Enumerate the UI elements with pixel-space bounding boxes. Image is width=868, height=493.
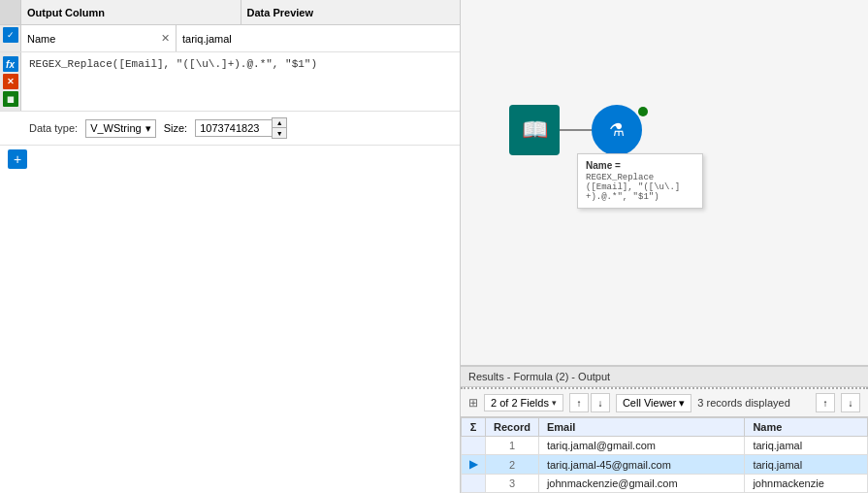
sort-down-button[interactable]: ↓ (591, 393, 610, 412)
table-row[interactable]: 1tariq.jamal@gmail.comtariq.jamal (462, 437, 868, 455)
field-name-cell: Name ✕ (21, 25, 177, 51)
row-arrow-icon: ▶ (469, 458, 477, 470)
formula-node[interactable]: ⚗ (592, 105, 642, 155)
formula-node-dot (638, 107, 648, 116)
name-cell: johnmackenzie (745, 475, 868, 493)
db-icon[interactable]: ▦ (3, 91, 18, 107)
email-cell: tariq.jamal@gmail.com (538, 437, 744, 455)
preview-value: tariq.jamal (177, 25, 460, 51)
results-toolbar-icon: ⊞ (468, 396, 478, 410)
name-cell: tariq.jamal (745, 455, 868, 475)
formula-text[interactable]: REGEX_Replace([Email], "([\u\.]+).@.*", … (21, 52, 460, 111)
formula-node-icon: ⚗ (609, 119, 625, 141)
column-headers: Output Column Data Preview (0, 0, 460, 25)
delete-field-button[interactable]: ✕ (161, 32, 170, 45)
size-input[interactable]: 1073741823 (195, 119, 273, 137)
sort-up-button[interactable]: ↑ (569, 393, 589, 412)
datatype-select[interactable]: V_WString ▾ (85, 119, 156, 138)
header-icon-col (0, 0, 21, 24)
x-icon[interactable]: ✕ (3, 74, 18, 89)
row-number: 3 (486, 475, 539, 493)
results-table: Σ Record Email Name 1tariq.jamal@gmail.c… (461, 417, 868, 493)
email-cell: tariq.jamal-45@gmail.com (538, 455, 744, 475)
viewer-chevron-icon: ▾ (679, 397, 685, 410)
size-label: Size: (164, 122, 187, 134)
add-row: + (0, 146, 460, 173)
size-down-button[interactable]: ▼ (273, 128, 286, 138)
size-up-button[interactable]: ▲ (273, 118, 286, 128)
size-spinner[interactable]: ▲ ▼ (272, 117, 287, 139)
viewer-label: Cell Viewer (623, 397, 676, 409)
connection-line (560, 129, 594, 131)
name-cell: tariq.jamal (745, 437, 868, 455)
data-preview-header: Data Preview (241, 0, 461, 24)
row-arrow-cell (462, 437, 486, 455)
records-count: 3 records displayed (697, 397, 810, 409)
output-column-header: Output Column (21, 0, 241, 24)
tooltip-title: Name = (586, 160, 694, 171)
input-node-icon: 📖 (522, 117, 548, 143)
canvas-area: 📖 ⚗ Name = REGEX_Replace ([Email], "([\u… (461, 0, 868, 365)
sort-buttons: ↑ ↓ (569, 393, 610, 412)
row-arrow-cell: ▶ (462, 455, 486, 475)
right-panel: 📖 ⚗ Name = REGEX_Replace ([Email], "([\u… (461, 0, 868, 493)
row-icons: ✓ (0, 25, 21, 51)
row-number: 1 (486, 437, 539, 455)
tooltip-content: REGEX_Replace ([Email], "([\u\.] +).@.*"… (586, 173, 694, 202)
results-header: Results - Formula (2) - Output (461, 367, 868, 387)
row-number: 2 (486, 455, 539, 475)
node-tooltip: Name = REGEX_Replace ([Email], "([\u\.] … (577, 153, 703, 209)
formula-editor-panel: Output Column Data Preview ✓ Name ✕ tari… (0, 0, 461, 493)
table-row[interactable]: ▶2tariq.jamal-45@gmail.comtariq.jamal (462, 455, 868, 475)
cell-viewer-button[interactable]: Cell Viewer ▾ (616, 394, 691, 412)
input-node[interactable]: 📖 (509, 105, 560, 155)
side-icons: fx ✕ ▦ (0, 52, 21, 111)
field-name: Name (27, 33, 55, 45)
sigma-header: Σ (462, 418, 486, 437)
datatype-label: Data type: (29, 122, 78, 134)
email-header: Email (538, 418, 744, 437)
add-field-button[interactable]: + (8, 149, 27, 169)
row-arrow-cell (462, 475, 486, 493)
formula-text-row: fx ✕ ▦ REGEX_Replace([Email], "([\u\.]+)… (0, 52, 460, 112)
record-header: Record (486, 418, 539, 437)
datatype-row: Data type: V_WString ▾ Size: 1073741823 … (0, 112, 460, 146)
results-toolbar: ⊞ 2 of 2 Fields ▾ ↑ ↓ Cell Viewer ▾ 3 re… (461, 389, 868, 417)
nav-up-button[interactable]: ↑ (816, 393, 835, 412)
check-icon: ✓ (3, 27, 18, 43)
formula-row: ✓ Name ✕ tariq.jamal (0, 25, 460, 52)
fields-chevron-icon: ▾ (552, 398, 557, 408)
fields-selector-button[interactable]: 2 of 2 Fields ▾ (484, 394, 563, 411)
datatype-chevron: ▾ (145, 122, 151, 135)
table-row[interactable]: 3johnmackenzie@gmail.comjohnmackenzie (462, 475, 868, 493)
email-cell: johnmackenzie@gmail.com (538, 475, 744, 493)
nav-down-button[interactable]: ↓ (841, 393, 860, 412)
name-header: Name (745, 418, 868, 437)
results-panel: Results - Formula (2) - Output ⊞ 2 of 2 … (461, 365, 868, 493)
fields-count: 2 of 2 Fields (491, 397, 549, 409)
fx-icon[interactable]: fx (3, 56, 18, 72)
datatype-value: V_WString (90, 122, 142, 134)
